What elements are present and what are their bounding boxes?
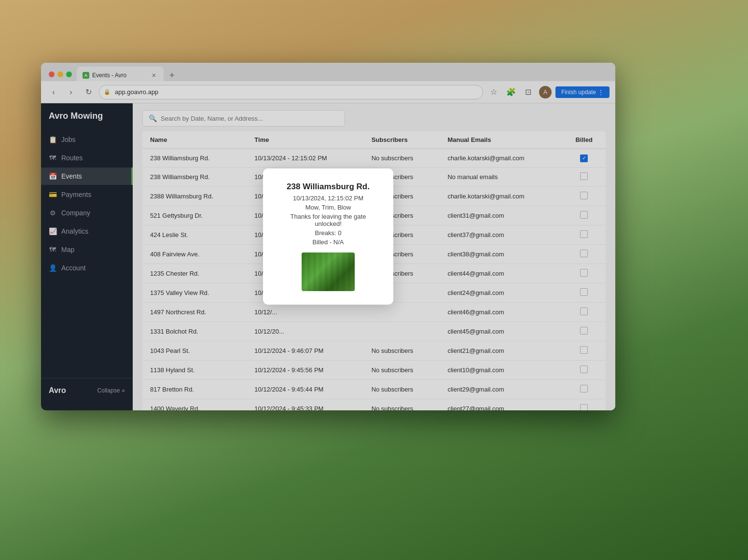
modal-overlay[interactable]: 238 Williamsburg Rd. 10/13/2024, 12:15:0… xyxy=(41,63,615,410)
browser-window: A Events - Avro × + ‹ › ↻ 🔒 ☆ 🧩 ⊡ A Fini… xyxy=(41,63,615,410)
event-detail-modal: 238 Williamsburg Rd. 10/13/2024, 12:15:0… xyxy=(263,168,393,305)
modal-billed-label: Billed - xyxy=(312,238,332,246)
modal-services: Mow, Trim, Blow xyxy=(278,204,378,211)
modal-date: 10/13/2024, 12:15:02 PM xyxy=(278,195,378,202)
modal-breaks: Breaks: 0 xyxy=(278,229,378,237)
lawn-stripe-overlay xyxy=(302,252,355,291)
modal-billed-value: N/A xyxy=(333,238,344,246)
modal-lawn-image xyxy=(302,252,355,291)
modal-breaks-label: Breaks: xyxy=(315,229,336,237)
modal-billed: Billed - N/A xyxy=(278,238,378,246)
modal-title: 238 Williamsburg Rd. xyxy=(278,182,378,192)
modal-breaks-value: 0 xyxy=(338,229,341,237)
modal-note: Thanks for leaving the gate unlocked! xyxy=(278,213,378,227)
